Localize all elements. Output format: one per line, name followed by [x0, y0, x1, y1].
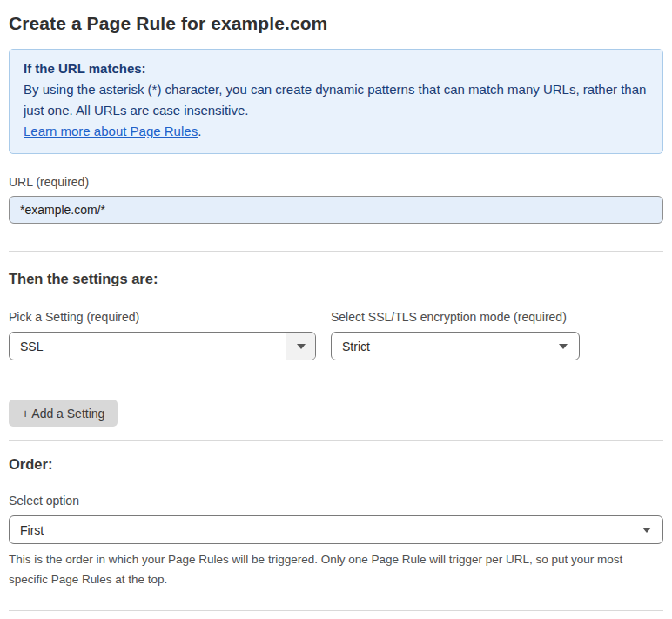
mode-picker-label: Select SSL/TLS encryption mode (required…	[331, 310, 580, 325]
page-rule-form: Create a Page Rule for example.com If th…	[0, 0, 672, 619]
divider	[9, 440, 663, 441]
order-select[interactable]: First	[9, 515, 663, 544]
divider	[9, 610, 663, 611]
order-select-value: First	[10, 523, 631, 537]
order-caret-slot	[631, 528, 662, 533]
setting-select[interactable]: SSL	[9, 332, 316, 360]
info-box-link-line: Learn more about Page Rules.	[24, 121, 648, 142]
ssl-mode-select-value: Strict	[332, 340, 548, 353]
settings-pickers-row: Pick a Setting (required) SSL Select SSL…	[9, 310, 663, 360]
order-section-heading: Order:	[9, 455, 663, 473]
divider	[9, 251, 663, 252]
page-title: Create a Page Rule for example.com	[9, 12, 663, 35]
setting-picker-group: Pick a Setting (required) SSL	[9, 310, 316, 360]
chevron-down-icon	[642, 528, 651, 533]
settings-section-heading: Then the settings are:	[9, 270, 663, 287]
url-field-label: URL (required)	[9, 175, 663, 190]
ssl-mode-caret-slot	[548, 344, 579, 349]
url-input[interactable]	[9, 196, 663, 224]
learn-more-link[interactable]: Learn more about Page Rules	[24, 124, 198, 138]
url-match-info-box: If the URL matches: By using the asteris…	[9, 49, 663, 154]
link-suffix: .	[198, 124, 201, 138]
order-select-label: Select option	[9, 494, 663, 508]
info-box-heading: If the URL matches:	[24, 58, 648, 79]
chevron-down-icon	[559, 344, 568, 349]
setting-select-caret-button[interactable]	[286, 333, 315, 360]
info-box-body: By using the asterisk (*) character, you…	[24, 79, 648, 121]
setting-select-value: SSL	[10, 340, 286, 353]
add-setting-button[interactable]: + Add a Setting	[9, 400, 118, 427]
setting-picker-label: Pick a Setting (required)	[9, 310, 316, 325]
chevron-down-icon	[297, 344, 306, 349]
mode-picker-group: Select SSL/TLS encryption mode (required…	[331, 310, 580, 360]
ssl-mode-select[interactable]: Strict	[331, 332, 580, 360]
order-help-text: This is the order in which your Page Rul…	[9, 549, 644, 589]
